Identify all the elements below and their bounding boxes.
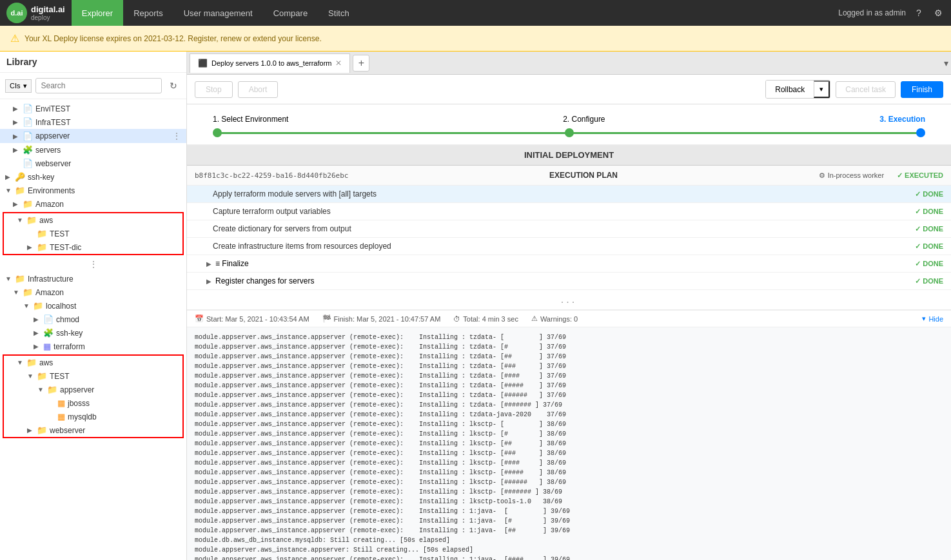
exec-worker: ⚙ In-process worker	[819, 171, 884, 180]
step-3-dot	[916, 128, 925, 137]
exec-row-2: Create dictionary for servers from outpu…	[187, 220, 951, 238]
step-2-dot	[565, 128, 574, 137]
deploy-content: INITIAL DEPLOYMENT b8f81c3c-bc22-4259-ba…	[187, 145, 951, 560]
refresh-button[interactable]: ↻	[166, 78, 181, 93]
stop-button[interactable]: Stop	[195, 81, 233, 98]
tree-item-dots[interactable]: ⋮	[172, 131, 181, 141]
logo-text: digital.ai deploy	[31, 5, 65, 21]
calendar-icon: 📅	[195, 314, 204, 323]
tab-add-button[interactable]: +	[353, 55, 369, 72]
exec-more: ...	[187, 290, 951, 309]
tree-item-ssh-key[interactable]: ▶ 🔑 ssh-key	[0, 170, 186, 184]
step-1-label: 1. Select Environment	[213, 115, 288, 124]
tabs-bar: ⬛ Deploy servers 1.0.0 to aws_terraform …	[187, 52, 951, 75]
nav-reports[interactable]: Reports	[123, 0, 173, 26]
tree-item-envitest[interactable]: ▶ 📄 EnviTEST	[0, 102, 186, 115]
nav-user-management[interactable]: User management	[173, 0, 263, 26]
main-layout: Library CIs ▾ ↻ ▶ 📄 EnviTEST ▶ 📄 InfraTE…	[0, 52, 951, 560]
tree-item-environments[interactable]: ▼ 📁 Environments	[0, 184, 186, 197]
exec-id: b8f81c3c-bc22-4259-ba16-8d440fb26ebc	[195, 171, 348, 180]
rollback-button[interactable]: Rollback	[766, 81, 814, 98]
start-time: 📅 Start: Mar 5, 2021 - 10:43:54 AM	[195, 314, 309, 323]
ci-dropdown-arrow: ▾	[23, 82, 27, 90]
sidebar: Library CIs ▾ ↻ ▶ 📄 EnviTEST ▶ 📄 InfraTE…	[0, 52, 187, 560]
tree-item-infrastructure[interactable]: ▼ 📁 Infrastructure	[0, 272, 186, 285]
warning-banner: ⚠ Your XL Deploy license expires on 2021…	[0, 26, 951, 52]
step-2-label: 2. Configure	[563, 115, 605, 124]
tab-deploy-icon: ⬛	[198, 59, 208, 68]
finish-button[interactable]: Finish	[901, 81, 943, 98]
tree-item-webserver[interactable]: ▶ 📄 webserver	[0, 157, 186, 170]
tree-item-chmod[interactable]: ▶ 📄 chmod	[0, 313, 186, 326]
stepper-dots	[213, 128, 925, 137]
gear-icon: ⚙	[819, 171, 825, 180]
tab-close-button[interactable]: ✕	[335, 59, 342, 68]
tree-item-terraform[interactable]: ▶ ▦ terraform	[0, 340, 186, 353]
logo[interactable]: d.ai digital.ai deploy	[6, 3, 65, 23]
tree-item-appserver[interactable]: ▶ 📄 appserver ⋮	[0, 129, 186, 143]
tree-item-servers[interactable]: ▶ 🧩 servers	[0, 143, 186, 157]
tree-item-env-test[interactable]: ▶ 📁 TEST	[4, 227, 182, 240]
rollback-group: Rollback ▾	[765, 80, 830, 99]
exec-row-3: Create infrastructure items from resourc…	[187, 238, 951, 255]
clock-icon: ⏱	[453, 315, 460, 323]
finish-time: 🏁 Finish: Mar 5, 2021 - 10:47:57 AM	[322, 314, 441, 323]
exec-row-register[interactable]: ▶ Register changes for servers ✓ DONE	[187, 273, 951, 290]
abort-button[interactable]: Abort	[238, 81, 279, 98]
stepper-track	[213, 129, 925, 137]
sidebar-header: CIs ▾ ↻	[0, 73, 186, 99]
ci-select[interactable]: CIs ▾	[5, 79, 32, 93]
exec-plan-label: EXECUTION PLAN	[549, 171, 618, 180]
deploy-toolbar: Stop Abort Rollback ▾ Cancel task Finish	[187, 75, 951, 104]
tree-item-localhost[interactable]: ▼ 📁 localhost	[0, 299, 186, 313]
tree-item-mysqldb[interactable]: ▶ ▦ mysqldb	[4, 410, 182, 423]
tree-item-env-amazon[interactable]: ▶ 📁 Amazon	[0, 197, 186, 211]
finish-icon: 🏁	[322, 314, 331, 323]
exec-row-1: Capture terraform output variables ✓ DON…	[187, 203, 951, 220]
nav-right: Logged in as admin ? ⚙	[838, 6, 945, 19]
exec-row-0: Apply terraform module servers with [all…	[187, 186, 951, 203]
search-input[interactable]	[35, 78, 162, 93]
tree-item-infratest[interactable]: ▶ 📄 InfraTEST	[0, 115, 186, 129]
tree-item-infra-amazon[interactable]: ▼ 📁 Amazon	[0, 285, 186, 299]
hide-button[interactable]: ▾ Hide	[922, 314, 943, 323]
nav-explorer[interactable]: Explorer	[72, 0, 123, 26]
tree-item-ssh-key2[interactable]: ▶ 🧩 ssh-key	[0, 326, 186, 340]
logo-circle: d.ai	[6, 3, 27, 23]
tab-scroll-arrow[interactable]: ▾	[944, 58, 948, 68]
warnings: ⚠ Warnings: 0	[531, 314, 578, 323]
warning-text: Your XL Deploy license expires on 2021-0…	[25, 34, 322, 43]
execution-plan-table: b8f81c3c-bc22-4259-ba16-8d440fb26ebc EXE…	[187, 166, 951, 310]
total-time: ⏱ Total: 4 min 3 sec	[453, 315, 518, 323]
tree-item-infra-webserver[interactable]: ▶ 📁 webserver	[4, 423, 182, 437]
deploy-tab[interactable]: ⬛ Deploy servers 1.0.0 to aws_terraform …	[190, 53, 350, 73]
tree-item-env-aws[interactable]: ▼ 📁 aws	[4, 213, 182, 227]
exec-info-bar: 📅 Start: Mar 5, 2021 - 10:43:54 AM 🏁 Fin…	[187, 310, 951, 327]
log-output: module.appserver.aws_instance.appserver …	[187, 327, 951, 560]
tab-label: Deploy servers 1.0.0 to aws_terraform	[211, 59, 331, 67]
tree-item-env-test-dic[interactable]: ▶ 📁 TEST-dic	[4, 240, 182, 254]
deployment-section-header: INITIAL DEPLOYMENT	[187, 145, 951, 166]
tree-item-jbosss[interactable]: ▶ ▦ jbosss	[4, 396, 182, 410]
exec-header: b8f81c3c-bc22-4259-ba16-8d440fb26ebc EXE…	[187, 166, 951, 186]
exec-row-finalize[interactable]: ▶ ≡ Finalize ✓ DONE	[187, 255, 951, 273]
sidebar-tree: ▶ 📄 EnviTEST ▶ 📄 InfraTEST ▶ 📄 appserver…	[0, 99, 186, 560]
library-label: Library	[0, 52, 186, 73]
stepper: 1. Select Environment 2. Configure 3. Ex…	[187, 104, 951, 145]
tree-item-infra-test[interactable]: ▼ 📁 TEST	[4, 369, 182, 383]
red-box-infra-aws: ▼ 📁 aws ▼ 📁 TEST ▼ 📁 appserver ▶ ▦	[3, 354, 184, 438]
warning-triangle-icon: ⚠	[531, 314, 538, 323]
cancel-task-button[interactable]: Cancel task	[836, 81, 896, 98]
nav-stitch[interactable]: Stitch	[318, 0, 360, 26]
right-content: ⬛ Deploy servers 1.0.0 to aws_terraform …	[187, 52, 951, 560]
rollback-dropdown[interactable]: ▾	[814, 81, 830, 98]
tree-item-infra-appserver[interactable]: ▼ 📁 appserver	[4, 383, 182, 396]
help-icon[interactable]: ?	[912, 6, 925, 19]
top-nav: d.ai digital.ai deploy Explorer Reports …	[0, 0, 951, 26]
tree-item-infra-aws[interactable]: ▼ 📁 aws	[4, 356, 182, 369]
stepper-labels: 1. Select Environment 2. Configure 3. Ex…	[213, 115, 925, 124]
sidebar-vertical-dots[interactable]: ⋮	[0, 256, 186, 272]
nav-compare[interactable]: Compare	[263, 0, 318, 26]
step-1-dot	[213, 128, 222, 137]
settings-icon[interactable]: ⚙	[932, 6, 945, 19]
